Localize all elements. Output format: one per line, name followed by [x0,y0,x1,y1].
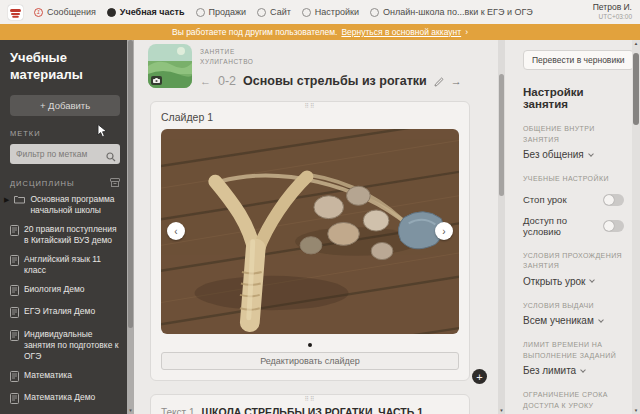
move-to-drafts-button[interactable]: Перевести в черновики [523,50,634,70]
lesson-code: 0-2 [218,74,236,88]
add-block-button[interactable]: + [472,369,487,384]
main-scrollbar-thumb[interactable] [499,74,504,196]
drag-handle-icon[interactable]: ⠿⠿ [305,102,316,109]
prev-lesson-arrow-icon[interactable]: ← [200,75,211,87]
topbar-item-settings[interactable]: Настройки [302,7,359,17]
lesson-type-label: ЗАНЯТИЕ [200,47,462,57]
slider-next-button[interactable]: › [435,222,453,240]
archive-icon[interactable] [110,178,120,189]
disciplines-caption: ДИСЦИПЛИНЫ [10,178,120,189]
banner-arrow-icon: › [465,27,468,37]
stop-lesson-toggle[interactable] [603,194,624,206]
messages-badge-icon: 1 [34,8,43,17]
discipline-list: ▶ Основная программа начальной школы 20 … [10,194,120,414]
slider-dot-active[interactable] [308,343,312,347]
topbar-item-school[interactable]: Онлайн-школа по...вки к ЕГЭ и ОГЭ [370,7,533,17]
radio-icon [257,8,266,17]
drag-handle-icon[interactable]: ⠿⠿ [305,395,316,402]
lesson-header: ЗАНЯТИЕ ХУЛИГАНСТВО ← 0-2 Основы стрельб… [134,40,498,91]
radio-selected-icon [107,8,116,17]
scroll-down-icon[interactable]: ▼ [127,408,134,413]
scroll-up-icon[interactable]: ▲ [632,41,640,46]
communication-dropdown[interactable]: Без общения [523,149,624,160]
document-icon [10,371,19,385]
communication-label: ОБЩЕНИЕ ВНУТРИ ЗАНЯТИЯ [523,124,624,145]
conditional-access-row: Доступ по условию [523,215,624,237]
issue-conditions-dropdown[interactable]: Всем ученикам [523,315,624,326]
access-limit-label: ОГРАНИЧЕНИЕ СРОКА ДОСТУПА К УРОКУ [523,390,624,411]
user-menu[interactable]: Петров И. UTC+03:00 [593,3,632,20]
expand-caret-icon[interactable]: ▶ [4,195,9,204]
sidebar-scrollbar[interactable]: ▼ [127,40,134,414]
search-icon [106,148,116,166]
chevron-down-icon [590,277,596,283]
slider-label: Слайдер 1 [161,111,459,123]
slider-block: ⠿⠿ Слайдер 1 [150,101,470,381]
edit-slider-button[interactable]: Редактировать слайдер [161,352,459,370]
chevron-down-icon [580,367,586,373]
slider-dots [161,340,459,344]
lesson-group-label: ХУЛИГАНСТВО [200,57,462,67]
topbar-item-messages[interactable]: 1 Сообщения [34,7,96,17]
lesson-title: Основы стрельбы из рогатки [243,74,427,88]
passing-conditions-label: УСЛОВИЯ ПРОХОЖДЕНИЯ ЗАНЯТИЯ [523,251,624,272]
slide-image: ‹ › [161,129,459,334]
brand-logo-icon[interactable] [8,5,23,20]
text-block: ⠿⠿ Текст 1 ШКОЛА СТРЕЛЬБЫ ИЗ РОГАТКИ. ЧА… [150,394,470,414]
document-icon [10,255,19,269]
document-icon [10,285,19,299]
discipline-item[interactable]: Английский язык 11 класс [10,254,120,277]
radio-icon [370,8,379,17]
conditional-access-toggle[interactable] [603,220,624,232]
time-limit-dropdown[interactable]: Без лимита [523,365,624,376]
study-settings-label: УЧЕБНЫЕ НАСТРОЙКИ [523,174,624,185]
banner-text: Вы работаете под другим пользователем. [172,27,337,37]
lesson-thumbnail[interactable] [148,44,192,88]
document-icon [10,330,19,344]
radio-icon [196,8,205,17]
discipline-item[interactable]: Математика [10,370,120,385]
chevron-down-icon [588,151,594,157]
document-icon [10,393,19,407]
add-material-button[interactable]: + Добавить [10,95,120,116]
document-icon [10,307,19,321]
lesson-header-text: ЗАНЯТИЕ ХУЛИГАНСТВО ← 0-2 Основы стрельб… [200,44,462,91]
scroll-down-icon[interactable]: ▼ [632,408,640,413]
settings-scrollbar-thumb[interactable] [633,53,639,125]
user-timezone: UTC+03:00 [593,13,632,20]
slider-prev-button[interactable]: ‹ [167,222,185,240]
edit-title-pencil-icon[interactable] [434,73,444,91]
sidebar-scrollbar-thumb[interactable] [128,40,133,328]
discipline-item[interactable]: Математика Демо [10,392,120,407]
document-icon [10,225,19,239]
content-area: Учебные материалы + Добавить МЕТКИ ДИСЦИ… [0,40,640,414]
next-lesson-arrow-icon[interactable]: → [451,75,462,87]
topbar-item-sales[interactable]: Продажи [196,7,247,17]
discipline-item[interactable]: Биология Демо [10,284,120,299]
tag-filter-input[interactable] [10,144,120,164]
main-scrollbar[interactable]: ▼ [498,40,505,414]
radio-icon [302,8,311,17]
tags-caption: МЕТКИ [10,129,120,138]
discipline-item[interactable]: Индивидуальные занятия по подготовке к О… [10,329,120,363]
messages-badge-count: 1 [37,9,40,15]
tag-filter [10,143,120,164]
sidebar-title: Учебные материалы [10,50,120,84]
camera-icon[interactable] [151,76,162,85]
user-name: Петров И. [593,3,632,13]
discipline-item[interactable]: ▶ Основная программа начальной школы [10,194,120,217]
topbar: 1 Сообщения Учебная часть Продажи Сайт Н… [0,0,640,24]
slingshot-photo [161,129,459,334]
topbar-item-site[interactable]: Сайт [257,7,291,17]
topbar-item-study[interactable]: Учебная часть [107,7,185,17]
app-window: 1 Сообщения Учебная часть Продажи Сайт Н… [0,0,640,414]
stop-lesson-row: Стоп урок [523,194,624,206]
scroll-down-icon[interactable]: ▼ [498,408,505,413]
settings-scrollbar[interactable]: ▲ ▼ [632,40,640,414]
passing-conditions-dropdown[interactable]: Открыть урок [523,276,624,287]
discipline-item[interactable]: ЕГЭ Италия Демо [10,306,120,321]
return-to-account-link[interactable]: Вернуться в основной аккаунт [341,27,461,37]
time-limit-label: ЛИМИТ ВРЕМЕНИ НА ВЫПОЛНЕНИЕ ЗАДАНИЙ [523,340,624,361]
folder-icon [14,195,25,207]
discipline-item[interactable]: 20 правил поступления в Китайский ВУЗ де… [10,224,120,247]
